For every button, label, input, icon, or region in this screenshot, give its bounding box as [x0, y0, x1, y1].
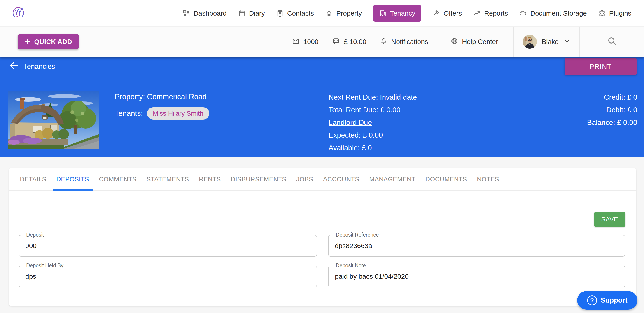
app-logo[interactable] — [12, 6, 25, 19]
toolbar-right: 1000 £ 10.00 Notifications Help Center — [285, 27, 644, 57]
available-amount: Available: £ 0 — [328, 141, 417, 154]
deposit-held-by-field: Deposit Held By — [18, 266, 317, 287]
deposit-held-by-input[interactable] — [19, 266, 316, 287]
hero-top-row: Tenancies PRINT — [9, 58, 637, 75]
tab-comments[interactable]: COMMENTS — [94, 168, 142, 190]
deposit-fields-grid: Deposit Deposit Reference Deposit Held B… — [18, 235, 625, 287]
tab-disbursements[interactable]: DISBURSEMENTS — [226, 168, 291, 190]
support-button[interactable]: ? Support — [577, 291, 638, 310]
deposits-form: SAVE Deposit Deposit Reference Deposit H… — [9, 190, 636, 287]
nav-item-label: Property — [336, 9, 362, 17]
tenancy-detail-card: DETAILS DEPOSITS COMMENTS STATEMENTS REN… — [9, 168, 636, 306]
debit-amount: Debit: £ 0 — [587, 104, 637, 116]
nav-item-label: Plugins — [609, 9, 631, 17]
search-icon — [607, 36, 617, 47]
deposit-field: Deposit — [18, 235, 317, 257]
balance-amount: Balance: £ 0.00 — [587, 116, 637, 129]
tab-statements[interactable]: STATEMENTS — [142, 168, 194, 190]
tenants-label: Tenants: — [115, 109, 143, 118]
nav-item-offers[interactable]: Offers — [432, 9, 462, 17]
property-photo — [8, 91, 99, 149]
help-center-label: Help Center — [462, 38, 498, 45]
nav-item-diary[interactable]: Diary — [238, 9, 265, 17]
tab-jobs[interactable]: JOBS — [291, 168, 318, 190]
tab-management[interactable]: MANAGEMENT — [364, 168, 420, 190]
deposit-reference-field: Deposit Reference — [328, 235, 625, 257]
tenants-row: Tenants: Miss Hilary Smith — [115, 107, 209, 120]
total-rent-due: Total Rent Due: £ 0.00 — [328, 104, 417, 116]
tab-details[interactable]: DETAILS — [15, 168, 51, 190]
help-center-button[interactable]: Help Center — [435, 27, 514, 57]
quick-add-label: QUICK ADD — [34, 38, 72, 45]
contact-card-icon — [276, 9, 284, 17]
tenant-chip[interactable]: Miss Hilary Smith — [147, 107, 209, 120]
nav-item-contacts[interactable]: Contacts — [276, 9, 314, 17]
deposit-note-field: Deposit Note — [328, 266, 625, 287]
tenancy-hero: Tenancies PRINT — [0, 57, 644, 157]
tab-notes[interactable]: NOTES — [472, 168, 504, 190]
nav-item-label: Document Storage — [530, 9, 587, 17]
bell-icon — [380, 37, 387, 46]
tab-deposits[interactable]: DEPOSITS — [51, 168, 94, 190]
back-label: Tenancies — [24, 62, 55, 71]
tab-accounts[interactable]: ACCOUNTS — [318, 168, 364, 190]
tab-rents[interactable]: RENTS — [194, 168, 226, 190]
hero-middle-column: Next Rent Due: Invalid date Total Rent D… — [328, 91, 417, 154]
deposit-input[interactable] — [19, 235, 316, 256]
secondary-toolbar: + QUICK ADD 1000 £ 10.00 Notifications — [0, 26, 644, 57]
landlord-due-link[interactable]: Landlord Due — [328, 116, 372, 129]
support-label: Support — [601, 296, 628, 305]
print-button[interactable]: PRINT — [564, 58, 637, 75]
property-address: Property: Commerical Road — [115, 92, 209, 101]
nav-item-label: Contacts — [287, 9, 314, 17]
main-nav: Dashboard Diary Contacts Property — [182, 5, 644, 22]
expected-amount: Expected: £ 0.00 — [328, 129, 417, 141]
nav-item-reports[interactable]: Reports — [473, 9, 508, 17]
nav-item-property[interactable]: Property — [325, 9, 362, 17]
nav-item-plugins[interactable]: Plugins — [598, 9, 631, 17]
next-rent-due: Next Rent Due: Invalid date — [328, 91, 417, 104]
gavel-icon — [432, 9, 440, 17]
calendar-icon — [238, 9, 246, 17]
nav-item-label: Diary — [249, 9, 265, 17]
save-button[interactable]: SAVE — [594, 212, 625, 227]
mail-count: 1000 — [304, 38, 318, 45]
nav-item-label: Offers — [444, 9, 462, 17]
logo-icon — [12, 6, 25, 19]
user-name: Blake — [542, 38, 559, 45]
hero-left-column: Property: Commerical Road Tenants: Miss … — [115, 92, 209, 120]
trending-up-icon — [473, 9, 481, 17]
avatar — [523, 35, 537, 49]
home-icon — [325, 9, 333, 17]
search-button[interactable] — [580, 27, 644, 57]
dashboard-icon — [182, 9, 190, 17]
deposit-reference-input[interactable] — [328, 235, 625, 256]
mail-counter[interactable]: 1000 — [285, 27, 326, 57]
top-nav: Dashboard Diary Contacts Property — [0, 0, 644, 26]
chevron-down-icon — [564, 38, 570, 46]
puzzle-icon — [598, 9, 606, 17]
question-mark-icon: ? — [587, 296, 597, 305]
building-icon — [379, 9, 387, 17]
back-arrow-icon — [9, 61, 19, 72]
credit-amount: Credit: £ 0 — [587, 91, 637, 104]
nav-item-dashboard[interactable]: Dashboard — [182, 9, 227, 17]
nav-item-tenancy[interactable]: Tenancy — [373, 5, 421, 22]
notifications-button[interactable]: Notifications — [373, 27, 435, 57]
notifications-label: Notifications — [391, 38, 428, 45]
nav-item-document-storage[interactable]: Document Storage — [519, 9, 587, 17]
quick-add-button[interactable]: + QUICK ADD — [18, 34, 79, 49]
deposit-note-input[interactable] — [328, 266, 625, 287]
nav-item-label: Tenancy — [390, 9, 416, 17]
tab-bar: DETAILS DEPOSITS COMMENTS STATEMENTS REN… — [9, 168, 636, 190]
hero-right-column: Credit: £ 0 Debit: £ 0 Balance: £ 0.00 — [587, 91, 637, 129]
nav-item-label: Dashboard — [194, 9, 227, 17]
mail-icon — [292, 37, 300, 46]
back-to-tenancies-link[interactable]: Tenancies — [9, 61, 55, 72]
chat-icon — [332, 37, 340, 46]
user-menu[interactable]: Blake — [514, 27, 580, 57]
chat-amount: £ 10.00 — [344, 38, 366, 45]
nav-item-label: Reports — [484, 9, 508, 17]
tab-documents[interactable]: DOCUMENTS — [420, 168, 472, 190]
chat-balance[interactable]: £ 10.00 — [325, 27, 373, 57]
